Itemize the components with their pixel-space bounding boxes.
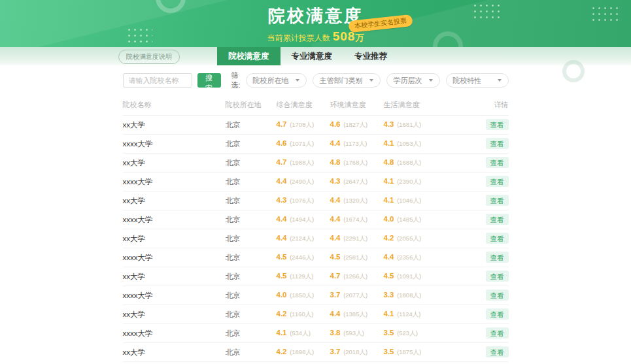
- tab-bar: 院校满意度说明 院校满意度专业满意度专业推荐: [0, 47, 631, 65]
- detail-cell: 查看: [486, 253, 509, 262]
- view-link[interactable]: 查看: [486, 138, 509, 149]
- score-count: (1681人): [396, 121, 422, 128]
- score-count: (1129人): [288, 273, 314, 280]
- score-value: 3.8: [330, 329, 341, 337]
- chevron-down-icon: [429, 79, 433, 82]
- life-score-cell: 4.5 (1091人): [384, 272, 462, 281]
- view-link[interactable]: 查看: [486, 233, 509, 244]
- filter-dropdown-group: 院校所在地主管部门类别学历层次院校特性: [246, 73, 509, 88]
- view-link[interactable]: 查看: [486, 176, 509, 187]
- score-value: 4.4: [384, 253, 394, 261]
- school-search-input[interactable]: [123, 73, 192, 88]
- life-score-cell: 4.1 (1053人): [384, 139, 462, 148]
- life-score-cell: 4.8 (1688人): [384, 158, 462, 167]
- score-value: 3.7: [330, 291, 341, 299]
- location-cell: 北京: [226, 329, 277, 339]
- score-value: 4.7: [330, 272, 341, 280]
- score-value: 4.7: [277, 120, 287, 128]
- table-header-cell: 生活满意度: [384, 100, 462, 110]
- school-name-cell: xx大学: [123, 272, 226, 282]
- score-value: 4.4: [330, 310, 341, 318]
- score-value: 4.8: [384, 158, 394, 166]
- table-header-cell: 综合满意度: [277, 100, 330, 110]
- chevron-down-icon: [296, 79, 299, 82]
- filter-dropdown-label: 主管部门类别: [320, 76, 363, 86]
- life-score-cell: 4.0 (1485人): [384, 215, 462, 224]
- tab-major-recommend[interactable]: 专业推荐: [343, 47, 398, 65]
- score-count: (1808人): [396, 291, 422, 299]
- school-name-cell: xxxx大学: [123, 291, 226, 301]
- overall-score-cell: 4.0 (1850人): [277, 291, 330, 300]
- score-count: (2581人): [342, 254, 368, 261]
- view-link[interactable]: 查看: [486, 195, 509, 206]
- location-cell: 北京: [226, 348, 277, 357]
- score-value: 4.7: [277, 158, 287, 166]
- satisfaction-info-pill[interactable]: 院校满意度说明: [118, 50, 180, 64]
- table-row: xx大学北京4.2 (1160人)4.4 (1385人)4.1 (1124人)查…: [123, 305, 509, 324]
- env-score-cell: 4.4 (1173人): [330, 139, 384, 148]
- filter-dropdown-label: 院校所在地: [253, 76, 289, 86]
- score-value: 4.6: [277, 139, 287, 147]
- score-count: (1875人): [396, 348, 422, 356]
- env-score-cell: 4.4 (2291人): [330, 234, 384, 243]
- overall-score-cell: 4.4 (1494人): [277, 215, 330, 224]
- view-link[interactable]: 查看: [486, 290, 509, 301]
- view-link[interactable]: 查看: [486, 308, 509, 320]
- location-cell: 北京: [226, 139, 277, 149]
- score-value: 4.4: [277, 234, 287, 242]
- overall-score-cell: 4.7 (1708人): [277, 120, 330, 129]
- tab-major-satisfaction[interactable]: 专业满意度: [281, 47, 344, 65]
- tab-college-satisfaction[interactable]: 院校满意度: [217, 47, 281, 65]
- table-row: xxxx大学北京4.5 (2446人)4.5 (2581人)4.4 (2356人…: [123, 248, 509, 267]
- detail-cell: 查看: [486, 291, 509, 300]
- life-score-cell: 4.3 (1681人): [384, 120, 462, 129]
- page-header: 院校满意度 本校学生实名投票 当前累计投票人数508万: [0, 0, 631, 47]
- life-score-cell: 4.1 (1046人): [384, 196, 462, 205]
- score-value: 4.6: [330, 120, 341, 128]
- filter-dropdown-3[interactable]: 学历层次: [386, 73, 440, 88]
- score-count: (1688人): [396, 159, 422, 166]
- filter-label: 筛选:: [231, 71, 242, 90]
- score-value: 3.5: [384, 348, 394, 356]
- life-score-cell: 3.5 (523人): [384, 329, 462, 338]
- table-row: xx大学北京4.3 (1076人)4.4 (1320人)4.1 (1046人)查…: [123, 191, 509, 210]
- view-link[interactable]: 查看: [486, 214, 509, 225]
- detail-cell: 查看: [486, 310, 509, 319]
- filter-dropdown-2[interactable]: 主管部门类别: [313, 73, 381, 88]
- score-count: (1768人): [342, 159, 368, 166]
- tab-group: 院校满意度专业满意度专业推荐: [217, 47, 398, 65]
- score-value: 4.4: [330, 139, 341, 147]
- view-link[interactable]: 查看: [486, 119, 509, 130]
- filter-dropdown-4[interactable]: 院校特性: [446, 73, 509, 88]
- detail-cell: 查看: [486, 329, 509, 338]
- view-link[interactable]: 查看: [486, 252, 509, 263]
- search-button[interactable]: 搜索: [197, 73, 221, 88]
- detail-cell: 查看: [486, 272, 509, 281]
- score-value: 4.4: [330, 234, 341, 242]
- filter-dropdown-1[interactable]: 院校所在地: [246, 73, 307, 88]
- score-count: (1827人): [342, 121, 368, 128]
- table-row: xxxx大学北京4.0 (1850人)3.7 (2077人)3.3 (1808人…: [123, 286, 509, 305]
- location-cell: 北京: [226, 291, 277, 301]
- score-count: (523人): [396, 329, 418, 337]
- view-link[interactable]: 查看: [486, 346, 509, 357]
- score-value: 4.1: [384, 310, 394, 318]
- score-value: 4.5: [330, 253, 341, 261]
- score-value: 3.3: [384, 291, 394, 299]
- view-link[interactable]: 查看: [486, 327, 509, 339]
- score-count: (1850人): [288, 291, 315, 299]
- page-title: 院校满意度: [0, 0, 631, 27]
- table-header-cell: 院校所在地: [226, 100, 277, 110]
- detail-cell: 查看: [486, 234, 509, 243]
- env-score-cell: 4.4 (1385人): [330, 310, 384, 319]
- view-link[interactable]: 查看: [486, 271, 509, 282]
- school-name-cell: xxxx大学: [123, 215, 226, 225]
- vote-count-number: 508: [333, 29, 356, 43]
- life-score-cell: 4.4 (2356人): [384, 253, 462, 262]
- view-link[interactable]: 查看: [486, 157, 509, 168]
- location-cell: 北京: [226, 215, 277, 225]
- satisfaction-table: 院校名称院校所在地综合满意度环境满意度生活满意度详情 xx大学北京4.7 (17…: [123, 93, 509, 364]
- env-score-cell: 4.7 (1266人): [330, 272, 384, 281]
- score-count: (1494人): [288, 216, 315, 223]
- score-count: (1320人): [342, 197, 368, 204]
